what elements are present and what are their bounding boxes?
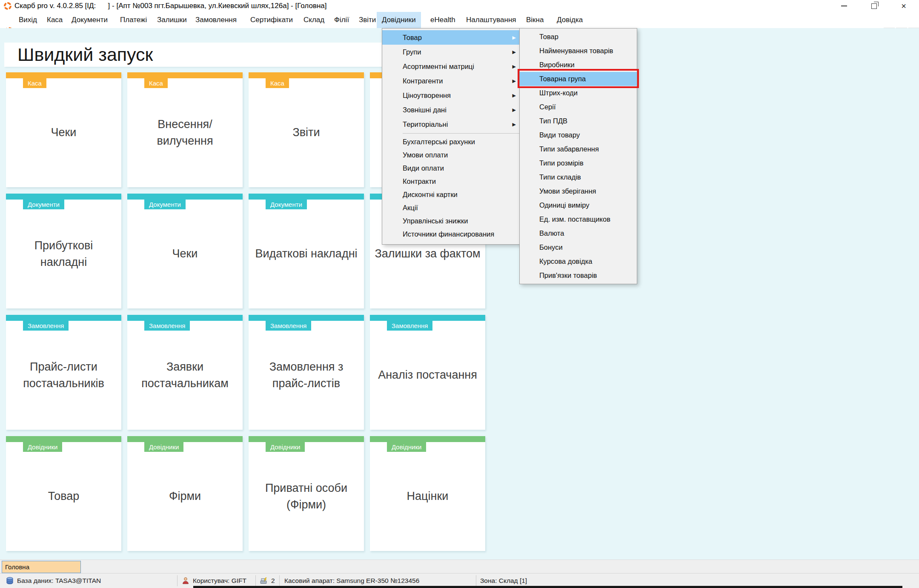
tile-аналіз-постачання[interactable]: ЗамовленняАналіз постачання (370, 315, 485, 430)
menu-item-контракти[interactable]: Контракти (382, 175, 521, 188)
submenu-item-прив'язки-товарів[interactable]: Прив'язки товарів (520, 268, 637, 283)
menubar-item-налаштування[interactable]: Налаштування (461, 12, 521, 28)
submenu-item-найменування-товарів[interactable]: Найменування товарів (520, 44, 637, 58)
tile-label: Аналіз постачання (374, 321, 481, 430)
restore-icon (871, 3, 877, 9)
submenu-item-ед.-изм.-поставщиков[interactable]: Ед. изм. поставщиков (520, 212, 637, 226)
tile-category-band (6, 315, 121, 321)
submenu-arrow-icon: ▶ (512, 107, 516, 113)
submenu-arrow-icon: ▶ (512, 64, 516, 69)
tile-category-band (370, 315, 485, 321)
menu-item-бухгалтерські-рахунки[interactable]: Бухгалтерські рахунки (382, 135, 521, 148)
close-icon: × (901, 2, 906, 10)
annotation-highlight-box (518, 69, 639, 88)
menu-item-види-оплати[interactable]: Види оплати (382, 162, 521, 175)
tile-category-band (249, 436, 364, 442)
submenu-item-курсова-довідка[interactable]: Курсова довідка (520, 254, 637, 268)
menubar-item-філії[interactable]: Філії (329, 12, 354, 28)
submenu-item-валюта[interactable]: Валюта (520, 226, 637, 240)
tile-націнки[interactable]: ДовідникиНацінки (370, 436, 485, 551)
menu-item-дисконтні-картки[interactable]: Дисконтні картки (382, 188, 521, 201)
tile-label: Внесення/вилучення (132, 78, 238, 187)
tile-category-band (249, 72, 364, 78)
tile-прайс-листи-постачальників[interactable]: ЗамовленняПрайс-листи постачальників (6, 315, 121, 430)
tab-label: Головна (5, 563, 29, 571)
tile-прибуткові-накладні[interactable]: ДокументиПрибуткові накладні (6, 194, 121, 308)
status-divider (177, 575, 178, 586)
tile-category-band (127, 194, 243, 200)
app-window: Скарб pro v. 4.0.2.85 [ІД: ] - [Апт №003… (0, 0, 919, 588)
tile-видаткові-накладні[interactable]: ДокументиВидаткові накладні (249, 194, 364, 308)
menubar-item-сертифікати[interactable]: Сертифікати (245, 12, 298, 28)
submenu-item-умови-зберігання[interactable]: Умови зберігання (520, 184, 637, 198)
minimize-button[interactable] (834, 0, 854, 12)
submenu-item-тип-пдв[interactable]: Тип ПДВ (520, 114, 637, 128)
submenu-arrow-icon: ▶ (512, 93, 516, 98)
status-divider (476, 575, 476, 586)
submenu-item-типи-складів[interactable]: Типи складів (520, 170, 637, 184)
menu-item-контрагенти[interactable]: Контрагенти▶ (382, 74, 521, 88)
tile-category-band (249, 194, 364, 200)
menubar-item-каса[interactable]: Каса (42, 12, 68, 28)
menubar-item-довідка[interactable]: Довідка (552, 12, 588, 28)
menu-item-управлінські-знижки[interactable]: Управлінські знижки (382, 214, 521, 228)
menu-item-ціноутворення[interactable]: Ціноутворення▶ (382, 88, 521, 103)
tile-label: Прайс-листи постачальників (10, 321, 117, 430)
window-title: Скарб pro v. 4.0.2.85 [ІД: ] - [Апт №003… (14, 2, 327, 10)
tile-чеки[interactable]: ДокументиЧеки (127, 194, 243, 308)
menu-item-групи[interactable]: Групи▶ (382, 45, 521, 59)
submenu-arrow-icon: ▶ (512, 49, 516, 55)
submenu-arrow-icon: ▶ (512, 78, 516, 84)
tile-category-band (6, 72, 121, 78)
menubar-item-довідники[interactable]: Довідники (377, 12, 421, 28)
tile-label: Замовлення з прайс-листів (253, 321, 360, 430)
submenu-arrow-icon: ▶ (512, 35, 516, 40)
menubar-item-склад[interactable]: Склад (298, 12, 329, 28)
tab-golovna[interactable]: Головна (2, 561, 81, 573)
tile-фірми[interactable]: ДовідникиФірми (127, 436, 243, 551)
menu-item-акції[interactable]: Акції (382, 201, 521, 214)
tab-strip: Головна (0, 559, 919, 573)
menubar-item-замовлення[interactable]: Замовлення (190, 12, 242, 28)
tile-category-band (127, 436, 243, 442)
database-icon (6, 577, 14, 585)
bottom-edge-bar (193, 586, 902, 588)
submenu-item-серії[interactable]: Серії (520, 100, 637, 114)
tile-товар[interactable]: ДовідникиТовар (6, 436, 121, 551)
menubar-item-вихід[interactable]: Вихід (14, 12, 42, 28)
menu-item-асортиментні-матриці[interactable]: Асортиментні матриці▶ (382, 59, 521, 74)
tile-label: Видаткові накладні (253, 200, 360, 308)
close-button[interactable]: × (894, 0, 913, 12)
submenu-item-види-товару[interactable]: Види товару (520, 128, 637, 142)
tile-приватні-особи-(фірми)[interactable]: ДовідникиПриватні особи (Фірми) (249, 436, 364, 551)
submenu-item-типи-розмірів[interactable]: Типи розмірів (520, 156, 637, 170)
menu-item-зовнішні-дані[interactable]: Зовнішні дані▶ (382, 103, 521, 117)
menu-item-умови-оплати[interactable]: Умови оплати (382, 148, 521, 162)
menubar-item-залишки[interactable]: Залишки (152, 12, 192, 28)
submenu-item-бонуси[interactable]: Бонуси (520, 240, 637, 254)
submenu-item-типи-забарвлення[interactable]: Типи забарвлення (520, 142, 637, 156)
menu-item-територіальні[interactable]: Територіальні▶ (382, 117, 521, 131)
tile-заявки-постачальникам[interactable]: ЗамовленняЗаявки постачальникам (127, 315, 243, 430)
status-divider (279, 575, 280, 586)
menu-item-источники-финансирования[interactable]: Источники финансирования (382, 228, 521, 241)
menubar-item-документи[interactable]: Документи (66, 12, 113, 28)
tile-category-band (6, 194, 121, 200)
menubar-item-платежі[interactable]: Платежі (115, 12, 152, 28)
tile-label: Приватні особи (Фірми) (253, 442, 360, 551)
tile-внесення/вилучення[interactable]: КасаВнесення/вилучення (127, 72, 243, 187)
menu-item-товар[interactable]: Товар▶ (382, 30, 521, 45)
tile-label: Чеки (132, 200, 238, 308)
tile-замовлення-з-прайс-листів[interactable]: ЗамовленняЗамовлення з прайс-листів (249, 315, 364, 430)
menubar-item-ehealth[interactable]: eHealth (425, 12, 461, 28)
tile-label: Заявки постачальникам (132, 321, 238, 430)
tile-чеки[interactable]: КасаЧеки (6, 72, 121, 187)
submenu-arrow-icon: ▶ (512, 122, 516, 127)
restore-button[interactable] (864, 0, 884, 12)
submenu-tovar: ТоварНайменування товарівВиробникиТоварн… (519, 28, 637, 284)
submenu-item-товар[interactable]: Товар (520, 30, 637, 44)
tile-звіти[interactable]: КасаЗвіти (249, 72, 364, 187)
submenu-item-одиниці-виміру[interactable]: Одиниці виміру (520, 198, 637, 212)
menubar-item-вікна[interactable]: Вікна (521, 12, 549, 28)
menu-separator (403, 133, 519, 134)
